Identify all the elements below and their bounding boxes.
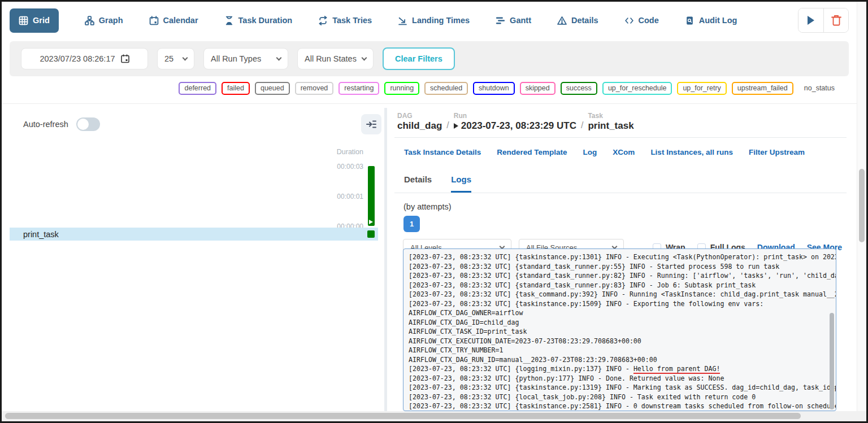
- status-legend: deferredfailedqueuedremovedrestartingrun…: [179, 82, 840, 95]
- dag-label: DAG: [397, 112, 442, 120]
- tab-logs[interactable]: Logs: [451, 175, 471, 193]
- status-badge-shutdown[interactable]: shutdown: [473, 82, 515, 95]
- tab-label: Gantt: [510, 16, 531, 25]
- base-date-value: 2023/07/23 08:26:17: [40, 54, 115, 63]
- status-badge-success[interactable]: success: [561, 82, 597, 95]
- graph-icon: [85, 16, 94, 25]
- grid-icon: [19, 16, 28, 25]
- task-label: Task: [588, 112, 633, 120]
- link-task-instance-details[interactable]: Task Instance Details: [404, 148, 481, 156]
- scrollbar-thumb[interactable]: [859, 169, 865, 242]
- duration-axis-title: Duration: [337, 148, 363, 156]
- tab-label: Audit Log: [699, 16, 737, 25]
- clear-filters-button[interactable]: Clear Filters: [383, 47, 455, 70]
- tab-task-duration[interactable]: Task Duration: [224, 16, 293, 25]
- status-badge-up_for_retry[interactable]: up_for_retry: [677, 82, 726, 95]
- num-runs-value: 25: [164, 54, 173, 63]
- run-dag-button[interactable]: [798, 8, 823, 32]
- status-badge-removed[interactable]: removed: [295, 82, 334, 95]
- run-types-select[interactable]: All Run Types: [203, 48, 288, 69]
- breadcrumb-separator: /: [446, 120, 449, 132]
- tab-audit-log[interactable]: Audit Log: [685, 16, 737, 25]
- delete-dag-button[interactable]: [823, 8, 848, 32]
- repeat-icon: [318, 16, 328, 25]
- status-badge-skipped[interactable]: skipped: [520, 82, 555, 95]
- chevron-down-icon: [362, 55, 367, 60]
- attempt-button-1[interactable]: 1: [403, 216, 420, 232]
- gantt-icon: [496, 16, 505, 25]
- link-log[interactable]: Log: [583, 148, 597, 156]
- auto-refresh-toggle[interactable]: [76, 117, 100, 131]
- calendar-icon: [149, 16, 159, 25]
- dag-run-duration-bar[interactable]: [368, 166, 375, 226]
- view-tabs-bar: GridGraphCalendarTask DurationTask Tries…: [2, 2, 857, 39]
- log-scrollbar-thumb[interactable]: [830, 313, 834, 409]
- tab-graph[interactable]: Graph: [85, 16, 123, 25]
- run-states-select[interactable]: All Run States: [297, 48, 374, 69]
- status-badge-no_status[interactable]: no_status: [798, 82, 840, 95]
- task-row-print-task[interactable]: print_task: [10, 228, 378, 241]
- dag-name-link[interactable]: child_dag: [397, 120, 442, 132]
- manual-run-triangle-icon: [454, 123, 458, 129]
- hide-details-panel-button[interactable]: [361, 114, 381, 134]
- tab-details[interactable]: Details: [404, 175, 432, 193]
- task-instance-square[interactable]: [367, 230, 375, 238]
- dag-action-buttons: [798, 8, 849, 33]
- code-icon: [624, 16, 634, 25]
- task-instance-links: Task Instance DetailsRendered TemplateLo…: [394, 138, 847, 165]
- collapse-right-icon: [366, 120, 376, 128]
- page-vertical-scrollbar[interactable]: [857, 2, 866, 411]
- status-badge-queued[interactable]: queued: [255, 82, 290, 95]
- tab-landing-times[interactable]: Landing Times: [398, 16, 470, 25]
- details-logs-tabs: DetailsLogs: [394, 165, 847, 193]
- tab-code[interactable]: Code: [624, 16, 659, 25]
- landing-icon: [398, 16, 407, 25]
- audit-log-icon: [685, 16, 695, 25]
- tab-label: Code: [639, 16, 659, 25]
- status-badge-deferred[interactable]: deferred: [179, 82, 216, 95]
- attempt-buttons: 1: [394, 216, 847, 232]
- tab-label: Task Tries: [332, 16, 372, 25]
- status-badge-running[interactable]: running: [384, 82, 419, 95]
- tab-gantt[interactable]: Gantt: [496, 16, 531, 25]
- page-horizontal-scrollbar[interactable]: [2, 411, 866, 421]
- num-runs-select[interactable]: 25: [157, 48, 194, 69]
- task-detail-panel: DAG child_dag / Run 2023-07-23, 08:23:29…: [394, 104, 847, 411]
- chevron-down-icon: [183, 55, 188, 60]
- tab-label: Task Duration: [238, 16, 293, 25]
- status-badge-upstream_failed[interactable]: upstream_failed: [732, 82, 793, 95]
- status-badge-scheduled[interactable]: scheduled: [424, 82, 468, 95]
- link-list-instances-all-runs[interactable]: List Instances, all runs: [650, 148, 733, 156]
- tab-task-tries[interactable]: Task Tries: [318, 16, 372, 25]
- run-link[interactable]: 2023-07-23, 08:23:29 UTC: [454, 120, 576, 132]
- link-xcom[interactable]: XCom: [613, 148, 635, 156]
- link-rendered-template[interactable]: Rendered Template: [497, 148, 567, 156]
- trash-icon: [831, 15, 841, 26]
- tab-details[interactable]: Details: [557, 16, 598, 25]
- run-filter-bar: 2023/07/23 08:26:17 25 All Run Types: [10, 41, 849, 76]
- warning-triangle-icon: [557, 16, 567, 25]
- tab-label: Calendar: [163, 16, 198, 25]
- status-badge-failed[interactable]: failed: [222, 82, 250, 95]
- status-badge-up_for_reschedule[interactable]: up_for_reschedule: [602, 82, 672, 95]
- run-states-value: All Run States: [305, 54, 357, 63]
- link-filter-upstream[interactable]: Filter Upstream: [749, 148, 805, 156]
- tab-label: Landing Times: [412, 16, 470, 25]
- log-text: [2023-07-23, 08:23:32 UTC] {taskinstance…: [409, 252, 830, 411]
- breadcrumb-separator: /: [581, 120, 583, 132]
- base-date-input[interactable]: 2023/07/23 08:26:17: [21, 48, 148, 69]
- tab-calendar[interactable]: Calendar: [149, 16, 198, 25]
- scrollbar-thumb[interactable]: [5, 413, 801, 419]
- tab-label: Graph: [99, 16, 123, 25]
- status-badge-restarting[interactable]: restarting: [338, 82, 379, 95]
- hourglass-icon: [224, 16, 234, 25]
- play-icon: [808, 16, 814, 25]
- tab-grid[interactable]: Grid: [10, 8, 59, 33]
- breadcrumb: DAG child_dag / Run 2023-07-23, 08:23:29…: [394, 104, 847, 137]
- task-name-label: print_task: [23, 230, 59, 239]
- task-name-link[interactable]: print_task: [588, 120, 633, 132]
- task-log-output[interactable]: [2023-07-23, 08:23:32 UTC] {taskinstance…: [403, 248, 836, 411]
- grid-panel: Auto-refresh Duration 00:00:03 00:00:01 …: [2, 104, 384, 411]
- panel-resize-handle[interactable]: [384, 108, 387, 411]
- airflow-grid-view-window: GridGraphCalendarTask DurationTask Tries…: [0, 0, 868, 423]
